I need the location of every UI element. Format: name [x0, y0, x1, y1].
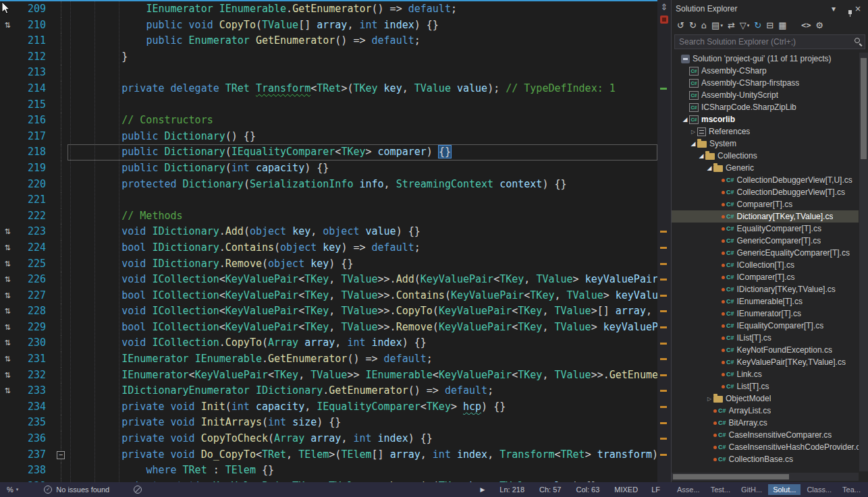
document-health-icon[interactable] — [660, 16, 668, 24]
tree-item[interactable]: C#CollectionDebuggerView[T,U].cs — [672, 174, 859, 186]
line-number[interactable]: 215 — [15, 97, 50, 113]
code-text[interactable]: bool IDictionary.Contains(object key) =>… — [67, 240, 657, 256]
code-line-233[interactable]: ⇅233 IDictionaryEnumerator IDictionary.G… — [0, 383, 657, 399]
code-text[interactable]: private void Do_CopyTo<TRet, TElem>(TEle… — [67, 447, 657, 463]
tree-item[interactable]: C#CollectionDebuggerView[T].cs — [672, 186, 859, 198]
code-line-224[interactable]: ⇅224 bool IDictionary.Contains(object ke… — [0, 240, 657, 256]
reference-arrows-icon[interactable]: ⇅ — [0, 335, 15, 351]
code-line-236[interactable]: 236 private void CopyToCheck(Array array… — [0, 431, 657, 447]
line-number[interactable]: 227 — [15, 288, 50, 304]
code-text[interactable]: private delegate TRet Transform<TRet>(TK… — [67, 81, 657, 97]
line-number[interactable]: 216 — [15, 113, 50, 129]
code-line-230[interactable]: ⇅230 void ICollection.CopyTo(Array array… — [0, 335, 657, 351]
tree-item[interactable]: C#IEnumerator[T].cs — [672, 308, 859, 320]
code-line-231[interactable]: ⇅231 IEnumerator IEnumerable.GetEnumerat… — [0, 351, 657, 368]
line-number[interactable]: 218 — [15, 144, 50, 160]
line-number[interactable]: 222 — [15, 208, 50, 225]
tree-expander-icon[interactable]: ◢ — [705, 165, 713, 171]
code-line-217[interactable]: 217 public Dictionary() {} — [0, 129, 657, 145]
tree-item[interactable]: C#GenericComparer[T].cs — [672, 235, 859, 247]
code-text[interactable]: private void InitArrays(int size) {} — [67, 415, 657, 431]
code-text[interactable]: protected Dictionary(SerializationInfo i… — [67, 177, 657, 193]
window-position-icon[interactable]: ▾ — [828, 4, 840, 13]
line-number[interactable]: 217 — [15, 129, 50, 145]
panel-tab-gith[interactable]: GitH... — [736, 484, 767, 495]
scrollbar-thumb[interactable] — [673, 474, 789, 479]
code-text[interactable]: bool ICollection<KeyValuePair<TKey, TVal… — [67, 320, 657, 336]
tree-item[interactable]: C#ICollection[T].cs — [672, 259, 859, 271]
view-code-icon[interactable]: <> — [799, 19, 812, 32]
code-text[interactable]: // Methods — [67, 208, 657, 225]
tree-item[interactable]: C#BitArray.cs — [672, 417, 859, 429]
code-text[interactable]: public void CopyTo(TValue[] array, int i… — [67, 18, 657, 34]
line-number[interactable]: 228 — [15, 303, 50, 320]
issues-indicator[interactable]: ✓ No issues found — [44, 486, 109, 494]
line-number[interactable]: 225 — [15, 256, 50, 272]
code-line-221[interactable]: 221 — [0, 192, 657, 208]
line-number[interactable]: 234 — [15, 399, 50, 415]
code-text[interactable]: void ICollection<KeyValuePair<TKey, TVal… — [67, 272, 657, 288]
code-text[interactable]: } — [67, 49, 657, 65]
tree-item[interactable]: C#Dictionary[TKey,TValue].cs — [672, 210, 859, 223]
code-line-212[interactable]: 212 } — [0, 49, 657, 65]
line-number[interactable]: 210 — [15, 18, 50, 34]
code-line-210[interactable]: ⇅210 public void CopyTo(TValue[] array, … — [0, 18, 657, 34]
line-number[interactable]: 219 — [15, 160, 50, 177]
line-number[interactable]: 212 — [15, 49, 50, 65]
split-editor-icon[interactable]: ⇕ — [657, 1, 671, 13]
tree-item[interactable]: C#KeyNotFoundException.cs — [672, 344, 859, 356]
reference-arrows-icon[interactable]: ⇅ — [0, 351, 15, 368]
line-number[interactable]: 214 — [15, 81, 50, 97]
refresh-icon[interactable]: ↻ — [753, 19, 763, 32]
forward-icon[interactable]: ↻ — [688, 19, 698, 32]
code-line-223[interactable]: ⇅223 void IDictionary.Add(object key, ob… — [0, 224, 657, 240]
search-icon[interactable] — [855, 38, 860, 43]
line-number[interactable]: 236 — [15, 431, 50, 447]
close-icon[interactable]: × — [852, 4, 864, 13]
scrollbar-thumb[interactable] — [861, 58, 867, 159]
code-line-232[interactable]: ⇅232 IEnumerator<KeyValuePair<TKey, TVal… — [0, 368, 657, 384]
tree-horizontal-scrollbar[interactable] — [672, 473, 859, 481]
tree-item[interactable]: C#KeyValuePair[TKey,TValue].cs — [672, 356, 859, 368]
code-text[interactable]: public Dictionary(int capacity) {} — [67, 160, 657, 177]
code-line-218[interactable]: 218 public Dictionary(IEqualityComparer<… — [0, 144, 657, 160]
code-text[interactable] — [67, 192, 657, 208]
code-text[interactable]: void IDictionary.Remove(object key) {} — [67, 256, 657, 272]
tree-item[interactable]: C#EqualityComparer[T].cs — [672, 223, 859, 235]
line-number[interactable]: 224 — [15, 240, 50, 256]
tree-item[interactable]: ◢C#mscorlib — [672, 113, 859, 125]
code-text[interactable]: void ICollection<KeyValuePair<TKey, TVal… — [67, 303, 657, 320]
line-number[interactable]: 209 — [15, 1, 50, 18]
code-text[interactable]: public Dictionary() {} — [67, 129, 657, 145]
tree-item[interactable]: C#CaseInsensitiveHashCodeProvider.cs — [672, 441, 859, 453]
code-line-234[interactable]: 234 private void Init(int capacity, IEqu… — [0, 399, 657, 415]
circle-slash-icon[interactable] — [134, 486, 142, 494]
tree-expander-icon[interactable]: ▷ — [705, 396, 713, 402]
code-line-235[interactable]: 235 private void InitArrays(int size) {} — [0, 415, 657, 431]
code-text[interactable]: void IDictionary.Add(object key, object … — [67, 224, 657, 240]
tree-item[interactable]: C#IList[T].cs — [672, 332, 859, 344]
reference-arrows-icon[interactable]: ⇅ — [0, 272, 15, 288]
code-text[interactable]: private void Init(int capacity, IEqualit… — [67, 399, 657, 415]
panel-tab-solut[interactable]: Solut... — [768, 484, 801, 495]
code-text[interactable]: public Dictionary(IEqualityComparer<TKey… — [67, 144, 657, 160]
reference-arrows-icon[interactable]: ⇅ — [0, 224, 15, 240]
tree-item[interactable]: ◢Collections — [672, 150, 859, 162]
code-text[interactable] — [67, 97, 657, 113]
code-text[interactable]: // Constructors — [67, 113, 657, 129]
tree-item[interactable]: C#GenericEqualityComparer[T].cs — [672, 247, 859, 259]
zoom-control[interactable]: % ▾ — [0, 482, 24, 497]
panel-tab-tea[interactable]: Tea... — [838, 484, 865, 495]
chevron-right-icon[interactable]: ▶ — [480, 486, 485, 493]
code-line-213[interactable]: 213 — [0, 65, 657, 81]
code-text[interactable]: bool ICollection<KeyValuePair<TKey, TVal… — [67, 288, 657, 304]
line-number[interactable]: 223 — [15, 224, 50, 240]
tree-expander-icon[interactable]: ▷ — [689, 129, 697, 135]
code-text[interactable] — [67, 65, 657, 81]
line-number[interactable]: 235 — [15, 415, 50, 431]
tree-expander-icon[interactable]: ◢ — [697, 152, 705, 159]
reference-arrows-icon[interactable]: ⇅ — [0, 256, 15, 272]
tree-item[interactable]: C#List[T].cs — [672, 380, 859, 392]
fold-collapse-icon[interactable]: − — [57, 451, 65, 459]
code-line-209[interactable]: 209 IEnumerator IEnumerable.GetEnumerato… — [0, 1, 657, 18]
